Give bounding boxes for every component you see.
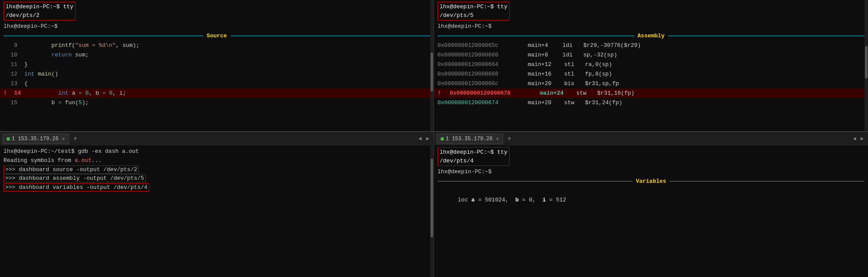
variables-title-line-left (437, 181, 632, 181)
line-content-11: } (24, 60, 28, 69)
gdb-terminal-panel: lhx@deepin-PC:~/test$ gdb -ex dash a.out… (0, 145, 434, 277)
variables-content: loc a = 501024, b = 0, i = 512 (434, 185, 868, 216)
line-number-9: 9 (3, 41, 17, 50)
assembly-panel: lhx@deepin-PC:~$ tty/dev/pts/5 lhx@deepi… (434, 0, 868, 132)
asm-offset-3: main+12 (528, 60, 559, 69)
variables-prompt: lhx@deepin-PC:~$ (434, 167, 868, 177)
gdb-cmd-3: >>> dashboard variables -output /dev/pts… (3, 183, 430, 192)
gdb-reading-symbols: Reading symbols from a.out... (3, 156, 430, 165)
code-line-9: 9 printf("sum = %d\n", sum); (0, 41, 434, 50)
asm-offset-5: main+20 (528, 79, 559, 89)
asm-instr-4: stl (564, 69, 582, 79)
asm-instr-2: ldi (562, 50, 580, 60)
tty-box-right: lhx@deepin-PC:~$ tty/dev/pts/5 (437, 2, 510, 20)
code-line-14: ! 14 int a = 0, b = 0, i; (0, 89, 434, 98)
asm-operands-2: sp,-32(sp) (583, 50, 617, 60)
line-number-12: 12 (3, 69, 17, 79)
tab-label-left: 1 153.35.179.26 (12, 136, 59, 142)
asm-line-6: ! 0x0000000120000670 main+24 stw $r31,16… (434, 89, 868, 98)
assembly-title: Assembly (634, 33, 668, 39)
asm-line-1: 0x000000012000065c main+4 ldi $r29,-3077… (434, 41, 868, 50)
assembly-terminal-header: lhx@deepin-PC:~$ tty/dev/pts/5 (434, 0, 868, 21)
line-content-13: { (24, 79, 28, 89)
line-content-15: b = fun(5); (24, 98, 89, 108)
tab-left[interactable]: 1 153.35.179.26 ✕ (3, 134, 69, 144)
gdb-scrollbar[interactable] (430, 145, 434, 277)
tab-nav-right-btn[interactable]: ► (424, 136, 431, 142)
variables-title-bar: Variables (434, 177, 868, 185)
assembly-scrollbar[interactable] (865, 0, 868, 131)
asm-addr-1: 0x000000012000065c (437, 41, 524, 50)
assembly-prompt-text: lhx@deepin-PC:~$ (437, 23, 492, 30)
tab-nav-right-right-btn[interactable]: ► (859, 136, 865, 142)
variables-terminal-header: lhx@deepin-PC:~$ tty/dev/pts/4 (434, 145, 868, 167)
gdb-cmd-2: >>> dashboard assembly -output /dev/pts/… (3, 174, 430, 183)
tty-box-bottom-right: lhx@deepin-PC:~$ tty/dev/pts/4 (437, 147, 510, 166)
line-number-13: 13 (3, 79, 17, 89)
gdb-cmd-1: >>> dashboard source -output /dev/pts/2 (3, 165, 430, 175)
line-number-11: 11 (3, 60, 17, 69)
asm-instr-5: bis (564, 79, 582, 89)
var-line-1: loc a = 501024, b = 0, i = 512 (437, 187, 865, 214)
var-i-label: i (542, 197, 546, 203)
gdb-scrollbar-thumb[interactable] (431, 158, 433, 237)
asm-operands-4: fp,8(sp) (585, 69, 612, 79)
asm-addr-6: 0x0000000120000670 (450, 89, 536, 98)
tab-nav-right: ◄ ► (852, 136, 865, 142)
asm-operands-1: $r29,-30776($r29) (583, 41, 641, 50)
asm-addr-5: 0x000000012000066c (437, 79, 524, 89)
asm-addr-7: 0x0000000120000674 (437, 98, 524, 108)
source-prompt-text: lhx@deepin-PC:~$ (3, 23, 58, 30)
assembly-code-area: 0x000000012000065c main+4 ldi $r29,-3077… (434, 40, 868, 132)
tab-add-right[interactable]: + (505, 135, 514, 143)
breakpoint-marker-14: ! (3, 89, 12, 98)
gdb-terminal-content: lhx@deepin-PC:~/test$ gdb -ex dash a.out… (0, 145, 434, 277)
tab-right[interactable]: 1 153.35.179.26 ✕ (437, 134, 503, 144)
tab-nav-right-left-btn[interactable]: ◄ (852, 136, 858, 142)
asm-operands-3: ra,0(sp) (585, 60, 612, 69)
source-title-line-left (3, 36, 203, 36)
asm-operands-7: $r31,24(fp) (585, 98, 622, 108)
tab-nav-left: ◄ ► (417, 136, 431, 142)
line-content-12: int main() (24, 69, 58, 79)
source-panel: lhx@deepin-PC:~$ tty/dev/pts/2 lhx@deepi… (0, 0, 434, 132)
cmd-box-2: >>> dashboard assembly -output /dev/pts/… (3, 174, 146, 182)
assembly-title-line-right (668, 36, 865, 36)
asm-instr-7: stw (564, 98, 582, 108)
asm-operands-6: $r31,16(fp) (597, 89, 635, 98)
line-number-14: 14 (12, 89, 21, 98)
code-line-12: 12 int main() (0, 69, 434, 79)
variables-panel: lhx@deepin-PC:~$ tty/dev/pts/4 lhx@deepi… (434, 145, 868, 277)
code-line-15: 15 b = fun(5); (0, 98, 434, 108)
asm-offset-4: main+16 (528, 69, 559, 79)
source-scrollbar[interactable] (430, 0, 434, 131)
asm-instr-6: stw (576, 89, 594, 98)
source-scrollbar-thumb[interactable] (431, 53, 433, 92)
tab-close-right[interactable]: ✕ (496, 136, 499, 142)
asm-line-5: 0x000000012000066c main+20 bis $r31,sp,f… (434, 79, 868, 89)
tab-dot-right (441, 137, 444, 141)
line-content-9: printf("sum = %d\n", sum); (24, 41, 139, 50)
line-number-15: 15 (3, 98, 17, 108)
asm-breakpoint-marker-6: ! (437, 89, 446, 98)
code-line-13: 13 { (0, 79, 434, 89)
asm-addr-4: 0x0000000120000668 (437, 69, 524, 79)
tab-add-left[interactable]: + (71, 135, 80, 143)
source-prompt: lhx@deepin-PC:~$ (0, 21, 434, 32)
asm-instr-3: stl (564, 60, 582, 69)
gdb-command-line: lhx@deepin-PC:~/test$ gdb -ex dash a.out (3, 147, 430, 156)
var-a-label: a (471, 197, 475, 203)
asm-offset-2: main+8 (528, 50, 559, 60)
line-content-10: return sum; (24, 50, 89, 60)
assembly-scrollbar-thumb[interactable] (865, 46, 868, 79)
cmd-box-3: >>> dashboard variables -output /dev/pts… (3, 183, 149, 191)
tab-close-left[interactable]: ✕ (62, 136, 65, 142)
code-line-10: 10 return sum; (0, 50, 434, 60)
asm-line-3: 0x0000000120000664 main+12 stl ra,0(sp) (434, 60, 868, 69)
line-number-10: 10 (3, 50, 17, 60)
asm-instr-1: ldi (562, 41, 580, 50)
source-terminal-header: lhx@deepin-PC:~$ tty/dev/pts/2 (0, 0, 434, 21)
variables-prompt-text: lhx@deepin-PC:~$ (437, 168, 492, 175)
tab-nav-left-btn[interactable]: ◄ (417, 136, 424, 142)
asm-operands-5: $r31,sp,fp (585, 79, 619, 89)
